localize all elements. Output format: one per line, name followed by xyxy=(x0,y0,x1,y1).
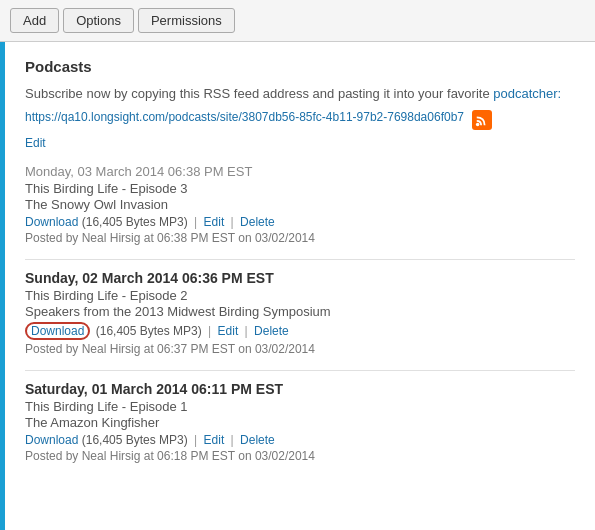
episode-divider xyxy=(25,370,575,371)
main-content: Podcasts Subscribe now by copying this R… xyxy=(0,42,595,530)
page-title: Podcasts xyxy=(25,58,575,75)
edit-link[interactable]: Edit xyxy=(218,324,239,338)
download-link[interactable]: Download xyxy=(31,324,84,338)
subscribe-text: Subscribe now by copying this RSS feed a… xyxy=(25,85,575,103)
episode-actions: Download (16,405 Bytes MP3) | Edit | Del… xyxy=(25,215,575,229)
episode-date: Monday, 03 March 2014 06:38 PM EST xyxy=(25,164,575,179)
episode-subtitle: The Amazon Kingfisher xyxy=(25,415,575,430)
delete-link[interactable]: Delete xyxy=(240,433,275,447)
rss-url[interactable]: https://qa10.longsight.com/podcasts/site… xyxy=(25,109,464,126)
delete-link[interactable]: Delete xyxy=(254,324,289,338)
episode-subtitle: The Snowy Owl Invasion xyxy=(25,197,575,212)
edit-link[interactable]: Edit xyxy=(204,433,225,447)
episodes-list: Monday, 03 March 2014 06:38 PM ESTThis B… xyxy=(25,164,575,463)
toolbar: Add Options Permissions xyxy=(0,0,595,42)
podcatcher-link[interactable]: podcatcher: xyxy=(493,86,561,101)
separator: | xyxy=(191,215,201,229)
episode-title: This Birding Life - Episode 1 xyxy=(25,399,575,414)
separator: | xyxy=(227,433,237,447)
episode-posted: Posted by Neal Hirsig at 06:18 PM EST on… xyxy=(25,449,575,463)
permissions-button[interactable]: Permissions xyxy=(138,8,235,33)
rss-block: https://qa10.longsight.com/podcasts/site… xyxy=(25,109,575,130)
rss-edit-link[interactable]: Edit xyxy=(25,136,575,150)
download-link[interactable]: Download xyxy=(25,433,78,447)
episode-title: This Birding Life - Episode 3 xyxy=(25,181,575,196)
separator: | xyxy=(227,215,237,229)
delete-link[interactable]: Delete xyxy=(240,215,275,229)
separator: | xyxy=(241,324,251,338)
episode-date: Sunday, 02 March 2014 06:36 PM EST xyxy=(25,270,575,286)
download-link[interactable]: Download xyxy=(25,215,78,229)
download-highlight: Download xyxy=(25,322,90,340)
add-button[interactable]: Add xyxy=(10,8,59,33)
separator: | xyxy=(205,324,215,338)
episode-actions: Download (16,405 Bytes MP3) | Edit | Del… xyxy=(25,322,575,340)
episode-item: Saturday, 01 March 2014 06:11 PM ESTThis… xyxy=(25,381,575,463)
rss-icon xyxy=(472,110,492,130)
episode-subtitle: Speakers from the 2013 Midwest Birding S… xyxy=(25,304,575,319)
svg-point-0 xyxy=(476,123,480,127)
episode-item: Monday, 03 March 2014 06:38 PM ESTThis B… xyxy=(25,164,575,245)
subscribe-label: Subscribe now by copying this RSS feed a… xyxy=(25,86,490,101)
options-button[interactable]: Options xyxy=(63,8,134,33)
episode-title: This Birding Life - Episode 2 xyxy=(25,288,575,303)
content-area: Podcasts Subscribe now by copying this R… xyxy=(5,42,595,530)
separator: | xyxy=(191,433,201,447)
episode-item: Sunday, 02 March 2014 06:36 PM ESTThis B… xyxy=(25,270,575,356)
edit-link[interactable]: Edit xyxy=(204,215,225,229)
episode-posted: Posted by Neal Hirsig at 06:38 PM EST on… xyxy=(25,231,575,245)
episode-posted: Posted by Neal Hirsig at 06:37 PM EST on… xyxy=(25,342,575,356)
episode-date: Saturday, 01 March 2014 06:11 PM EST xyxy=(25,381,575,397)
episode-divider xyxy=(25,259,575,260)
episode-actions: Download (16,405 Bytes MP3) | Edit | Del… xyxy=(25,433,575,447)
